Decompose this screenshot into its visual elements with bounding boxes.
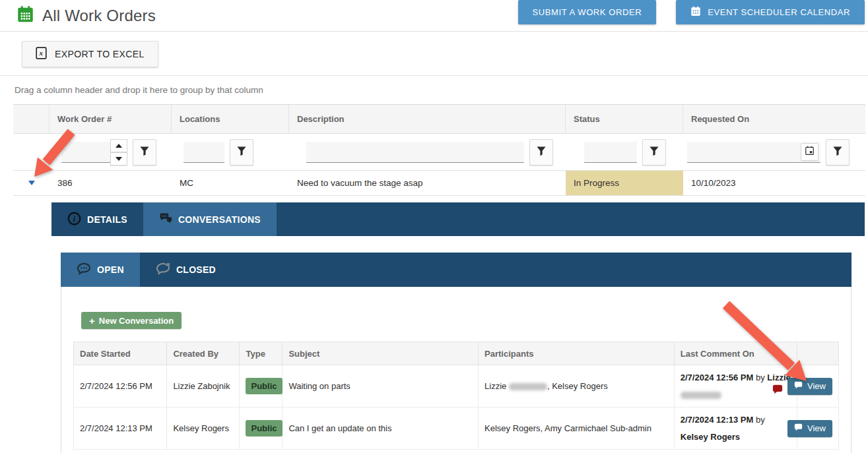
cell-created-by: Kelsey Rogers xyxy=(167,408,240,450)
cell-date-started: 2/7/2024 12:13 PM xyxy=(74,408,167,450)
col-last-comment[interactable]: Last Comment On xyxy=(674,342,797,365)
description-filter-button[interactable] xyxy=(529,139,553,166)
detail-tabbar: i DETAILS CONVERSATIONS xyxy=(51,202,865,236)
cell-description: Need to vacuum the stage asap xyxy=(289,171,566,195)
grid-header-requested-on[interactable]: Requested On xyxy=(683,105,865,133)
cell-last-comment: 2/7/2024 12:13 PM by Kelsey Rogers xyxy=(674,408,797,450)
grid-header-expander xyxy=(13,105,50,133)
type-badge: Public xyxy=(246,378,282,394)
work-orders-grid: Work Order # Locations Description Statu… xyxy=(13,104,865,196)
grid-header-work-order[interactable]: Work Order # xyxy=(50,105,172,133)
chat-bubbles-icon xyxy=(159,212,172,227)
col-subject[interactable]: Subject xyxy=(283,342,479,365)
conversation-subtabs: OPEN CLOSED xyxy=(61,253,851,287)
cell-subject: Can I get an update on this xyxy=(283,408,479,450)
grid-header-status[interactable]: Status xyxy=(566,105,683,133)
conversations-table: Date Started Created By Type Subject Par… xyxy=(73,342,839,450)
work-order-filter-button[interactable] xyxy=(133,139,156,166)
status-filter-input[interactable] xyxy=(584,142,637,163)
conversations-header-row: Date Started Created By Type Subject Par… xyxy=(74,342,839,365)
redacted-name xyxy=(509,383,547,390)
grid-header-description[interactable]: Description xyxy=(289,105,566,133)
export-toolbar: x EXPORT TO EXCEL xyxy=(0,32,868,76)
stepper-up-button[interactable] xyxy=(110,139,127,152)
event-scheduler-calendar-button[interactable]: EVENT SCHEDULER CALENDAR xyxy=(676,0,865,24)
grid-filter-row xyxy=(13,134,865,171)
group-by-hint[interactable]: Drag a column header and drop it here to… xyxy=(0,76,868,104)
type-badge: Public xyxy=(246,420,282,437)
work-order-row[interactable]: 386 MC Need to vacuum the stage asap In … xyxy=(13,171,865,196)
description-filter-input[interactable] xyxy=(306,142,524,163)
subtab-open[interactable]: OPEN xyxy=(61,253,140,287)
row-detail-panel: i DETAILS CONVERSATIONS OPEN CLOSED xyxy=(51,202,865,453)
view-label: View xyxy=(807,381,826,391)
tab-details[interactable]: i DETAILS xyxy=(51,202,143,236)
plus-icon: + xyxy=(89,315,95,326)
event-scheduler-calendar-label: EVENT SCHEDULER CALENDAR xyxy=(708,7,850,17)
red-chat-bubble-icon xyxy=(772,384,783,394)
export-to-excel-label: EXPORT TO EXCEL xyxy=(55,49,145,59)
funnel-icon xyxy=(536,146,547,159)
svg-text:x: x xyxy=(39,49,44,57)
calendar-icon xyxy=(690,6,701,18)
export-to-excel-button[interactable]: x EXPORT TO EXCEL xyxy=(22,41,158,67)
subtab-open-label: OPEN xyxy=(97,264,124,275)
chat-dots-icon xyxy=(77,262,91,278)
conversation-row: 2/7/2024 12:13 PM Kelsey Rogers Public C… xyxy=(74,408,839,450)
conversations-panel: + New Conversation Date Started Created … xyxy=(61,287,851,453)
number-stepper xyxy=(110,139,127,166)
col-type[interactable]: Type xyxy=(240,342,283,365)
funnel-icon xyxy=(649,146,659,159)
info-icon: i xyxy=(67,212,81,227)
arrow-up-icon xyxy=(116,144,122,148)
subtab-closed-label: CLOSED xyxy=(176,264,216,275)
view-conversation-button[interactable]: View xyxy=(787,420,832,437)
chat-closed-icon xyxy=(156,262,170,278)
calendar-icon xyxy=(17,5,34,26)
cell-date-started: 2/7/2024 12:56 PM xyxy=(74,365,167,408)
status-filter-button[interactable] xyxy=(642,139,666,166)
redacted-name xyxy=(681,392,721,399)
view-conversation-button[interactable]: View xyxy=(787,378,832,395)
locations-filter-input[interactable] xyxy=(184,142,224,163)
cell-status: In Progress xyxy=(566,171,683,195)
new-conversation-label: New Conversation xyxy=(99,316,174,326)
excel-icon: x xyxy=(36,47,47,61)
grid-header-locations[interactable]: Locations xyxy=(172,105,289,133)
submit-work-order-button[interactable]: SUBMIT A WORK ORDER xyxy=(518,0,657,24)
conversation-row: 2/7/2024 12:56 PM Lizzie Zabojnik Public… xyxy=(74,365,839,408)
arrow-down-icon xyxy=(116,157,122,161)
page-header: All Work Orders SUBMIT A WORK ORDER EVEN… xyxy=(0,0,868,32)
cell-participants: Lizzie , Kelsey Rogers xyxy=(479,365,675,408)
chat-bubble-icon xyxy=(794,381,803,391)
tab-conversations-label: CONVERSATIONS xyxy=(178,214,261,225)
col-actions xyxy=(797,342,839,365)
submit-work-order-label: SUBMIT A WORK ORDER xyxy=(533,7,642,17)
subtab-closed[interactable]: CLOSED xyxy=(140,253,232,287)
view-label: View xyxy=(807,423,826,433)
new-conversation-button[interactable]: + New Conversation xyxy=(81,312,182,329)
chat-bubble-icon xyxy=(794,423,803,433)
cell-created-by: Lizzie Zabojnik xyxy=(167,365,240,408)
funnel-icon xyxy=(832,146,843,159)
calendar-icon xyxy=(805,146,815,158)
col-participants[interactable]: Participants xyxy=(479,342,675,365)
grid-header-row: Work Order # Locations Description Statu… xyxy=(13,105,865,134)
date-picker-button[interactable] xyxy=(801,143,818,161)
col-created-by[interactable]: Created By xyxy=(167,342,240,365)
collapse-row-arrow[interactable] xyxy=(28,181,35,185)
tab-details-label: DETAILS xyxy=(87,214,127,225)
cell-requested-on: 10/10/2023 xyxy=(683,171,865,195)
cell-subject: Waiting on parts xyxy=(283,365,479,408)
locations-filter-button[interactable] xyxy=(230,139,253,166)
cell-participants: Kelsey Rogers, Amy Carmichael Sub-admin xyxy=(479,408,675,450)
tab-conversations[interactable]: CONVERSATIONS xyxy=(143,202,277,236)
page-title: All Work Orders xyxy=(42,7,156,25)
cell-work-order: 386 xyxy=(50,171,172,195)
funnel-icon xyxy=(236,146,247,159)
svg-text:i: i xyxy=(73,214,76,223)
funnel-icon xyxy=(139,146,150,159)
requested-on-filter-button[interactable] xyxy=(826,139,850,166)
stepper-down-button[interactable] xyxy=(110,152,127,166)
col-date-started[interactable]: Date Started xyxy=(74,342,167,365)
